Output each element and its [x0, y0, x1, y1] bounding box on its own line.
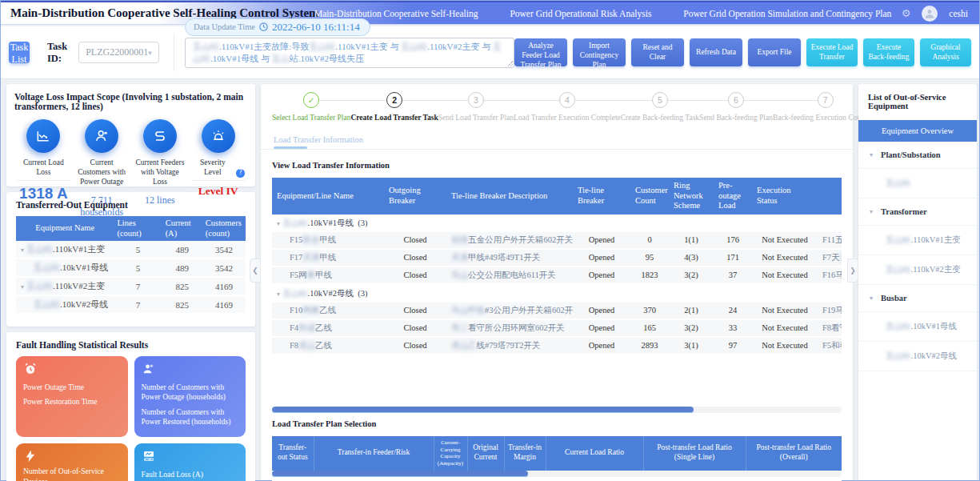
column-header: Equipment/Line Name	[272, 178, 384, 214]
data-update-pill: Data Update Time 2022-06-10 16:11:14	[185, 18, 370, 36]
nav-item-3[interactable]: Power Grid Operation Simulation and Cont…	[683, 9, 891, 18]
line-name-cell: F4和成乙线	[272, 319, 384, 337]
next-column-cell: F19马山	[818, 303, 842, 319]
step-label: Load Transfer Execution Complete	[514, 114, 621, 122]
tree-section[interactable]: ▾Busbar	[858, 285, 977, 312]
collapse-right-arrow[interactable]: ❯	[847, 259, 858, 283]
toolbar-button[interactable]: Export File	[748, 38, 801, 66]
fault-description-textarea[interactable]: 五山站.110kV#1主变故障:导致五山站.110kV#1主变 与 五山站.11…	[185, 38, 514, 68]
nav-item-2[interactable]: Power Grid Operational Risk Analysis	[510, 9, 651, 18]
column-header: Ring Network Scheme	[669, 178, 714, 214]
chevron-down-icon[interactable]: ▾	[21, 247, 24, 254]
tab-load-transfer-information[interactable]: Load Transfer Information	[274, 135, 363, 149]
avatar[interactable]	[922, 6, 938, 22]
table-row[interactable]: F17天潢甲线Closed天潢甲线#49塔49T1开关Opened954(3)1…	[272, 249, 842, 267]
card-line: Power Outage Time	[23, 383, 121, 392]
tie-line-breaker-cell: Opened	[573, 232, 630, 249]
toolbar-button[interactable]: Analyze Feeder Load Transfer Plan	[514, 38, 567, 66]
customers-cell: 3542	[202, 241, 246, 259]
toolbar-button[interactable]: Refresh Data	[690, 38, 742, 66]
collapse-left-arrow[interactable]: ❮	[250, 259, 261, 283]
gauge-icon	[142, 449, 239, 465]
group-row[interactable]: ▾五山站.10kV#1母线 (3)	[272, 214, 842, 232]
ring-network-cell: 3(2)	[669, 319, 714, 337]
fault-stats-panel: Fault Handling Statistical Results Power…	[6, 332, 255, 481]
customers-cell: 4169	[202, 277, 246, 295]
stepper-step-5: 5Create Back-feeding Task	[621, 92, 699, 122]
step-line	[402, 100, 438, 101]
help-icon[interactable]: ?	[236, 169, 245, 178]
step-line	[575, 100, 621, 101]
tree-item[interactable]: 五山站.110kV#1主变	[858, 226, 977, 255]
toolbar-button[interactable]: Reset and Clear	[631, 38, 684, 66]
tree-item[interactable]: 五山站.110kV#2主变	[858, 255, 977, 285]
chevron-down-icon[interactable]: ▾	[21, 283, 24, 291]
toolbar-button[interactable]: Execute Back-feeding	[863, 38, 914, 66]
toolbar-button[interactable]: Execute Load Transfer	[806, 38, 858, 66]
tree-item[interactable]: 五山站.10kV#2母线	[858, 342, 977, 371]
clock-icon	[259, 22, 268, 31]
chevron-down-icon[interactable]: ▾	[870, 295, 873, 302]
column-header: Post-transfer Load Ratio (Single Line)	[643, 436, 746, 471]
group-count: (3)	[354, 289, 368, 298]
table-row[interactable]: F8虎山乙线Closed虎山乙线#79塔79T2开关Opened28933(1)…	[272, 337, 842, 355]
execution-status-cell: Not Executed	[752, 232, 818, 249]
tie-line-breaker-cell: Opened	[573, 249, 630, 267]
tie-line-desc-cell: 市二看守所公用环网室602开关	[446, 319, 573, 337]
column-header: Current-Carrying Capacity (Ampacity)	[434, 436, 467, 471]
tree-section[interactable]: ▾Transformer	[858, 198, 977, 226]
plan-selection-title: Load Transfer Plan Selection	[272, 419, 842, 428]
customers-icon	[142, 362, 239, 378]
step-circle: 7	[818, 92, 834, 108]
lines-cell: 7	[114, 277, 162, 295]
pre-outage-load-cell: 176	[714, 232, 752, 249]
tree-section[interactable]: ▾Plant/Substation	[858, 142, 977, 169]
table-row[interactable]: 五山站.10kV#2母线78254169	[16, 295, 246, 314]
column-header	[818, 178, 842, 214]
stat-item: Severity Level?Level IV	[189, 119, 247, 218]
chevron-down-icon[interactable]: ▾	[277, 220, 280, 227]
chevron-down-icon: ▾	[148, 49, 152, 57]
task-list-button[interactable]: Task List	[9, 42, 30, 63]
customers-outage-icon	[85, 119, 118, 153]
current-cell: 825	[162, 277, 202, 295]
task-id-select[interactable]: PLZG22000001 ▾	[78, 42, 159, 63]
tie-line-desc-cell: 虎山乙线#79塔79T2开关	[446, 337, 573, 355]
table-row[interactable]: F4和成乙线Closed市二看守所公用环网室602开关Opened1653(2)…	[272, 319, 842, 337]
stepper: ✓Select Load Transfer Plan2Create Load T…	[261, 84, 853, 122]
table-row[interactable]: F5网夏甲线Closed马山公交公用配电站611开关Opened18233(2)…	[272, 267, 842, 284]
chevron-down-icon[interactable]: ▾	[277, 291, 280, 298]
data-update-label: Data Update Time	[194, 22, 255, 31]
chevron-down-icon[interactable]: ▾	[870, 208, 873, 215]
equipment-overview-header[interactable]: Equipment Overview	[858, 120, 977, 142]
group-cell: ▾五山站.10kV#1母线 (3)	[272, 214, 842, 232]
pre-outage-load-cell: 171	[714, 249, 752, 267]
column-header: Outgoing Breaker	[384, 178, 446, 214]
tie-line-desc-cell: 马山公交公用配电站611开关	[446, 267, 573, 284]
group-count: (3)	[354, 218, 368, 227]
toolbar-button[interactable]: Graphical Analysis	[920, 38, 971, 66]
group-row[interactable]: ▾五山站.10kV#2母线 (3)	[272, 284, 842, 303]
column-header: Transfer-in Margin	[504, 436, 546, 471]
nav-item-1[interactable]: Main-Distribution Cooperative Self-Heali…	[314, 9, 478, 18]
table-row[interactable]: ▾五山站.110kV#2主变78254169	[16, 277, 246, 295]
table-row[interactable]: ▾五山站.110kV#1主变54893542	[16, 241, 246, 259]
table-row[interactable]: F15联合甲线Closed创强五金公用户外开关箱602开关Opened01(1)…	[272, 232, 842, 249]
group-cell: ▾五山站.10kV#2母线 (3)	[272, 284, 842, 303]
table-row[interactable]: 五山站.10kV#1母线54893542	[16, 259, 246, 277]
column-header: Post-transfer Load Ratio (Overall)	[746, 436, 842, 471]
scrollbar-thumb[interactable]	[272, 407, 694, 413]
chevron-down-icon[interactable]: ▾	[870, 151, 873, 158]
toolbar-button[interactable]: Import Contingency Plan	[573, 38, 626, 66]
ring-network-cell: 1(1)	[669, 232, 714, 249]
fault-stat-card: Fault Load Loss (A)Fault Load Restored (…	[134, 443, 246, 481]
customer-count-cell: 2893	[630, 337, 669, 355]
scrollbar-thumb[interactable]	[272, 471, 528, 477]
tree-item[interactable]: 五山站	[858, 169, 977, 198]
gear-icon[interactable]: ⚙	[902, 7, 911, 19]
step-circle: 6	[728, 92, 744, 108]
table-row[interactable]: F10网夏乙线Closed马山甲线#3公用户外开关箱602开关Opened370…	[272, 303, 842, 319]
tree-item[interactable]: 五山站.10kV#1母线	[858, 312, 977, 342]
column-header: Pre-outage Load	[714, 178, 752, 214]
user-name[interactable]: ceshi	[949, 9, 968, 18]
